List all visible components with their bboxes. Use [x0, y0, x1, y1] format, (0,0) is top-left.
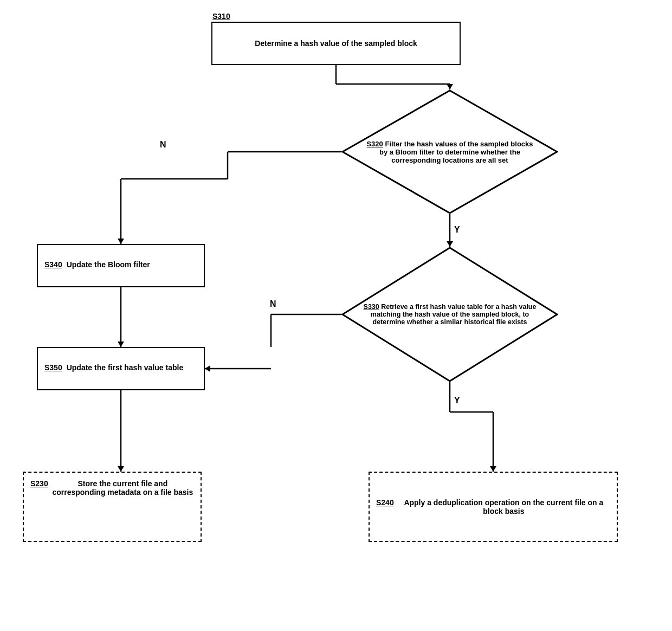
svg-marker-18 — [118, 466, 124, 472]
s310-label: S310 — [212, 12, 230, 21]
s320-text: S320 Filter the hash values of the sampl… — [341, 134, 558, 170]
box-s350: S350 Update the first hash value table — [37, 347, 205, 390]
diagram: Determine a hash value of the sampled bl… — [0, 0, 672, 631]
s310-text: Determine a hash value of the sampled bl… — [255, 39, 417, 48]
s230-label: S230 — [30, 479, 48, 488]
svg-marker-3 — [447, 84, 453, 89]
box-s310: Determine a hash value of the sampled bl… — [211, 22, 461, 65]
svg-marker-7 — [118, 239, 124, 244]
box-s240: S240 Apply a deduplication operation on … — [369, 472, 618, 542]
svg-marker-16 — [205, 365, 210, 372]
arrow-label-n1: N — [160, 140, 166, 150]
arrow-label-y1: Y — [454, 225, 460, 235]
box-s230: S230 Store the current file and correspo… — [23, 472, 202, 542]
s350-label: S350 — [44, 363, 62, 372]
svg-marker-12 — [118, 342, 124, 347]
svg-marker-10 — [447, 241, 453, 247]
arrow-label-y2: Y — [454, 396, 460, 405]
s330-text: S330 Retrieve a first hash value table f… — [341, 298, 558, 331]
s240-label: S240 — [376, 498, 394, 507]
box-s340: S340 Update the Bloom filter — [37, 244, 205, 287]
diamond-s330: S330 Retrieve a first hash value table f… — [341, 247, 558, 382]
s340-label: S340 — [44, 260, 62, 269]
svg-marker-22 — [490, 466, 496, 472]
s240-text: Apply a deduplication operation on the c… — [397, 498, 610, 516]
s350-text: Update the first hash value table — [67, 363, 184, 372]
s230-text: Store the current file and corresponding… — [51, 479, 194, 497]
s340-text: Update the Bloom filter — [67, 260, 150, 269]
diamond-s320: S320 Filter the hash values of the sampl… — [341, 89, 558, 214]
arrow-label-n2: N — [270, 299, 276, 309]
